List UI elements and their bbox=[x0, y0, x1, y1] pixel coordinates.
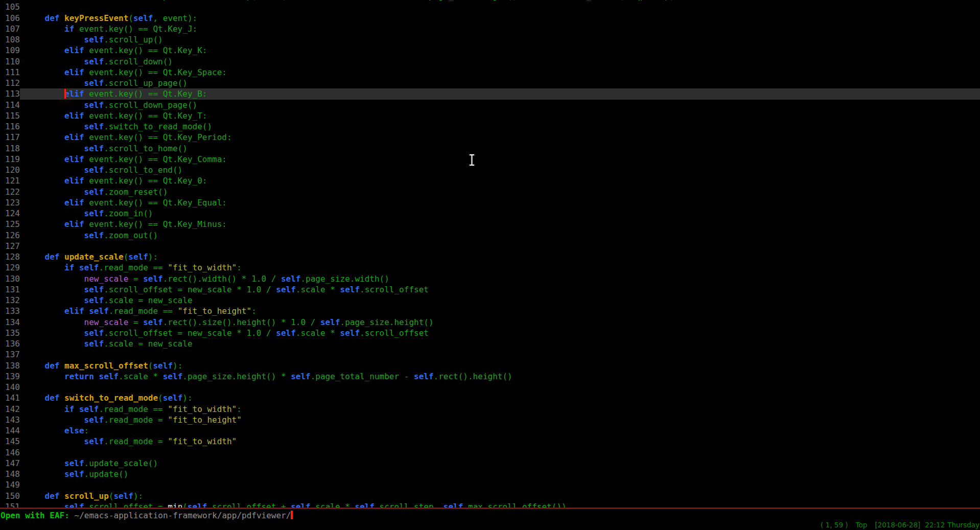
code-line[interactable]: 123 elif event.key() == Qt.Key_Equal: bbox=[0, 197, 980, 208]
code-line[interactable]: 121 elif event.key() == Qt.Key_0: bbox=[0, 175, 980, 186]
code-line[interactable]: 140 bbox=[0, 382, 980, 393]
code-line[interactable]: 132 self.scale = new_scale bbox=[0, 295, 980, 306]
line-number: 149 bbox=[0, 479, 20, 490]
code-text: if self.read_mode == "fit_to_width": bbox=[25, 262, 980, 273]
code-line[interactable]: 133 elif self.read_mode == "fit_to_heigh… bbox=[0, 306, 980, 316]
code-line[interactable]: 110 self.scroll_down() bbox=[0, 56, 980, 67]
line-number: 150 bbox=[0, 491, 20, 501]
code-text: elif event.key() == Qt.Key_B: bbox=[25, 88, 980, 99]
line-number: 130 bbox=[0, 273, 20, 284]
code-text: self.scroll_down() bbox=[25, 56, 980, 67]
code-line[interactable]: 112 self.scroll_up_page() bbox=[0, 78, 980, 88]
code-text: def switch_to_read_mode(self): bbox=[25, 393, 980, 403]
code-line[interactable]: 138 def max_scroll_offset(self): bbox=[0, 360, 980, 371]
line-number: 125 bbox=[0, 219, 20, 229]
code-line[interactable]: 144 else: bbox=[0, 425, 980, 436]
code-text bbox=[25, 382, 980, 393]
code-line[interactable]: 107 if event.key() == Qt.Key_J: bbox=[0, 24, 980, 34]
code-line[interactable]: 105 bbox=[0, 2, 980, 12]
minibuffer-prompt: Open with EAF: bbox=[1, 511, 75, 520]
line-number: 124 bbox=[0, 208, 20, 219]
line-number: 136 bbox=[0, 338, 20, 349]
code-line[interactable]: 149 bbox=[0, 479, 980, 490]
line-number: 142 bbox=[0, 404, 20, 414]
line-number: 129 bbox=[0, 262, 20, 273]
code-line[interactable]: 117 elif event.key() == Qt.Key_Period: bbox=[0, 132, 980, 143]
text-cursor bbox=[64, 89, 66, 99]
minibuffer-cursor bbox=[291, 511, 293, 519]
code-text: self.scroll_down_page() bbox=[25, 100, 980, 110]
status-weekday: Thursday bbox=[947, 521, 979, 529]
code-line[interactable]: 131 self.scroll_offset = new_scale * 1.0… bbox=[0, 284, 980, 295]
line-number: 128 bbox=[0, 251, 20, 262]
code-line[interactable]: 142 if self.read_mode == "fit_to_width": bbox=[0, 404, 980, 414]
scroll-position: Top bbox=[856, 521, 868, 529]
code-text: elif event.key() == Qt.Key_Comma: bbox=[25, 154, 980, 165]
code-line[interactable]: 124 self.zoom_in() bbox=[0, 208, 980, 219]
code-line[interactable]: 129 if self.read_mode == "fit_to_width": bbox=[0, 262, 980, 273]
line-number: 131 bbox=[0, 284, 20, 295]
status-tray: ( 1, 59 )Top[2018-06-28]22:12Thursday bbox=[821, 521, 979, 529]
code-line[interactable]: 122 self.zoom_reset() bbox=[0, 187, 980, 197]
code-text bbox=[25, 447, 980, 458]
code-line[interactable]: 143 self.read_mode = "fit_to_height" bbox=[0, 414, 980, 425]
code-text: return self.scale * self.page_size.heigh… bbox=[25, 371, 980, 382]
code-line[interactable]: 141 def switch_to_read_mode(self): bbox=[0, 393, 980, 403]
code-text bbox=[25, 2, 980, 12]
code-line[interactable]: 137 bbox=[0, 349, 980, 360]
line-number: 143 bbox=[0, 414, 20, 425]
code-text: else: bbox=[25, 425, 980, 436]
code-line[interactable]: 106 def keyPressEvent(self, event): bbox=[0, 13, 980, 24]
code-line[interactable]: 115 elif event.key() == Qt.Key_T: bbox=[0, 110, 980, 121]
code-line[interactable]: 146 bbox=[0, 447, 980, 458]
code-line[interactable]: 120 self.scroll_to_end() bbox=[0, 165, 980, 175]
line-number: 120 bbox=[0, 165, 20, 175]
code-text: self.zoom_reset() bbox=[25, 187, 980, 197]
line-number: 140 bbox=[0, 382, 20, 393]
code-line[interactable]: 151 self.scroll_offset = min(self.scroll… bbox=[0, 501, 980, 508]
code-text: def keyPressEvent(self, event): bbox=[25, 13, 980, 24]
status-time: 22:12 bbox=[925, 521, 945, 529]
code-text: def scroll_up(self): bbox=[25, 491, 980, 501]
echo-area: Open with EAF: ~/emacs-application-frame… bbox=[0, 509, 980, 530]
code-text bbox=[25, 479, 980, 490]
code-text: new_scale = self.rect().size().height() … bbox=[25, 317, 980, 328]
minibuffer-input[interactable]: Open with EAF: ~/emacs-application-frame… bbox=[1, 510, 293, 521]
line-number: 134 bbox=[0, 317, 20, 328]
code-line[interactable]: 113 elif event.key() == Qt.Key_B: bbox=[0, 88, 980, 99]
code-text bbox=[25, 241, 980, 251]
line-number: 133 bbox=[0, 306, 20, 316]
code-line[interactable]: 126 self.zoom_out() bbox=[0, 230, 980, 241]
line-number: 146 bbox=[0, 447, 20, 458]
line-number: 132 bbox=[0, 295, 20, 306]
code-line[interactable]: 130 new_scale = self.rect().width() * 1.… bbox=[0, 273, 980, 284]
code-text bbox=[25, 349, 980, 360]
code-text: elif event.key() == Qt.Key_Space: bbox=[25, 67, 980, 78]
code-text: self.scale = new_scale bbox=[25, 338, 980, 349]
code-line[interactable]: 139 return self.scale * self.page_size.h… bbox=[0, 371, 980, 382]
code-line[interactable]: 114 self.scroll_down_page() bbox=[0, 100, 980, 110]
code-line[interactable]: 119 elif event.key() == Qt.Key_Comma: bbox=[0, 154, 980, 165]
code-line[interactable]: 145 self.read_mode = "fit_to_width" bbox=[0, 436, 980, 447]
minibuffer-value: ~/emacs-application-framework/app/pdfvie… bbox=[75, 511, 291, 520]
code-line[interactable]: 116 self.switch_to_read_mode() bbox=[0, 121, 980, 132]
mouse-ibeam-cursor bbox=[468, 153, 476, 167]
line-number: 123 bbox=[0, 197, 20, 208]
line-number: 108 bbox=[0, 34, 20, 45]
code-line[interactable]: 148 self.update() bbox=[0, 469, 980, 479]
code-line[interactable]: 125 elif event.key() == Qt.Key_Minus: bbox=[0, 219, 980, 229]
code-line[interactable]: 109 elif event.key() == Qt.Key_K: bbox=[0, 45, 980, 56]
code-line[interactable]: 147 self.update_scale() bbox=[0, 458, 980, 469]
code-line[interactable]: 134 new_scale = self.rect().size().heigh… bbox=[0, 317, 980, 328]
code-line[interactable]: 108 self.scroll_up() bbox=[0, 34, 980, 45]
code-line[interactable]: 150 def scroll_up(self): bbox=[0, 491, 980, 501]
line-number: 121 bbox=[0, 175, 20, 186]
line-number: 106 bbox=[0, 13, 20, 24]
code-text: elif event.key() == Qt.Key_0: bbox=[25, 175, 980, 186]
code-line[interactable]: 127 bbox=[0, 241, 980, 251]
code-line[interactable]: 118 self.scroll_to_home() bbox=[0, 143, 980, 154]
code-line[interactable]: 111 elif event.key() == Qt.Key_Space: bbox=[0, 67, 980, 78]
code-line[interactable]: 128 def update_scale(self): bbox=[0, 251, 980, 262]
code-line[interactable]: 136 self.scale = new_scale bbox=[0, 338, 980, 349]
code-line[interactable]: 135 self.scroll_offset = new_scale * 1.0… bbox=[0, 328, 980, 338]
